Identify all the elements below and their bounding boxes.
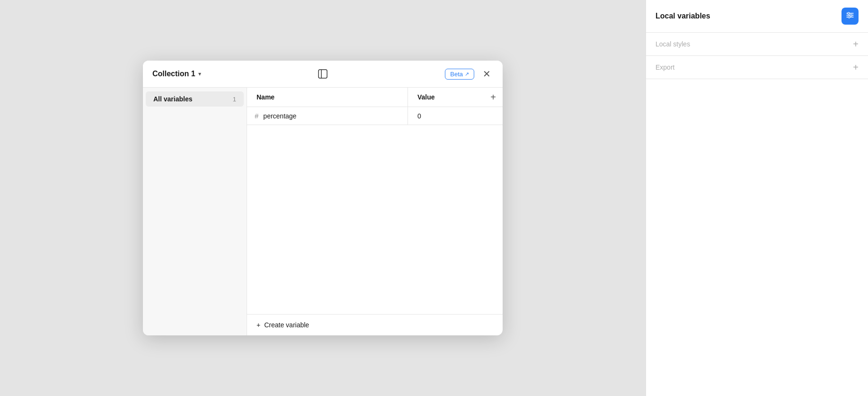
header-left: Collection 1 ▾ xyxy=(152,70,201,78)
modal-header: Collection 1 ▾ Beta ↗ ✕ xyxy=(143,61,503,88)
variable-name: percentage xyxy=(263,112,296,120)
plus-icon-export: + xyxy=(853,62,859,72)
svg-point-6 xyxy=(850,14,852,16)
main-content: Name Value + # percentage 0 xyxy=(247,88,503,335)
close-button[interactable]: ✕ xyxy=(480,67,493,81)
plus-icon-local-styles: + xyxy=(853,39,859,49)
filter-icon xyxy=(846,11,854,21)
name-column-header: Name xyxy=(247,88,408,107)
create-variable-label: Create variable xyxy=(264,321,309,329)
svg-rect-0 xyxy=(319,70,327,78)
local-styles-section[interactable]: Local styles + xyxy=(646,33,868,56)
local-styles-label: Local styles xyxy=(655,40,690,48)
external-link-icon: ↗ xyxy=(465,71,469,77)
export-section[interactable]: Export + xyxy=(646,56,868,79)
variables-modal: Collection 1 ▾ Beta ↗ ✕ xyxy=(143,61,503,335)
beta-label: Beta xyxy=(450,71,463,78)
right-panel-header: Local variables xyxy=(646,0,868,33)
variables-sidebar: All variables 1 xyxy=(143,88,247,335)
svg-point-5 xyxy=(848,12,850,14)
right-panel: Local variables Local styles + Export xyxy=(646,0,868,396)
sidebar-item-count: 1 xyxy=(233,96,236,103)
hash-icon: # xyxy=(255,112,258,120)
value-column-header: Value xyxy=(408,88,484,107)
header-right: Beta ↗ ✕ xyxy=(445,67,493,81)
export-add-button[interactable]: + xyxy=(853,63,859,72)
row-value-cell[interactable]: 0 xyxy=(408,108,503,125)
modal-footer: + Create variable xyxy=(247,314,503,335)
create-variable-button[interactable]: + Create variable xyxy=(257,321,309,329)
plus-icon-footer: + xyxy=(257,321,260,329)
add-variable-button[interactable]: + xyxy=(484,88,503,107)
sidebar-toggle-button[interactable] xyxy=(318,69,328,79)
svg-point-7 xyxy=(848,16,850,18)
table-row[interactable]: # percentage 0 xyxy=(247,107,503,125)
row-name-cell: # percentage xyxy=(247,107,408,125)
collection-title: Collection 1 xyxy=(152,70,195,78)
local-variables-title: Local variables xyxy=(655,12,710,20)
local-styles-add-button[interactable]: + xyxy=(853,39,859,49)
close-icon: ✕ xyxy=(483,68,491,80)
header-center xyxy=(201,69,445,79)
sidebar-item-all-variables[interactable]: All variables 1 xyxy=(146,91,244,107)
beta-button[interactable]: Beta ↗ xyxy=(445,69,474,80)
modal-body: All variables 1 Name Value + xyxy=(143,88,503,335)
plus-icon: + xyxy=(490,92,496,103)
sidebar-item-label: All variables xyxy=(153,95,193,103)
export-label: Export xyxy=(655,63,674,71)
table-header: Name Value + xyxy=(247,88,503,107)
filter-button[interactable] xyxy=(841,8,859,25)
table-rows: # percentage 0 xyxy=(247,107,503,314)
